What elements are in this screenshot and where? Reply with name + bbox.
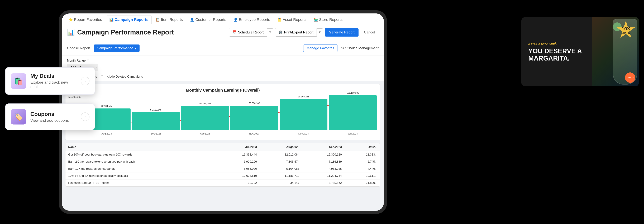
col-name: Name	[66, 143, 217, 151]
row4-jul: 10,604,810	[217, 173, 260, 180]
row2-name: Earn 2X the reward tokens when you pay w…	[66, 158, 217, 165]
user-icon: 👤	[190, 17, 194, 22]
bars-wrapper: 62,134,537 Aug/2023 51,110,345 Sep/2023	[83, 95, 377, 130]
row4-aug: 11,185,712	[260, 173, 302, 180]
my-deals-card: 🛍️ My Deals Explore and track new deals …	[5, 67, 95, 95]
asset-icon: 🗂️	[277, 17, 282, 22]
choose-report-row: Choose Report Campaign Performance ▾ Man…	[62, 41, 384, 56]
row3-jul: 5,083,026	[217, 165, 260, 173]
data-table: Name Jul/2023 Aug/2023 Sep/2023 Oct/2...…	[65, 143, 380, 187]
chart-title: Monthly Campaign Earnings (Overall)	[69, 88, 377, 93]
print-export-button[interactable]: 🖨️ Print/Export Report	[275, 28, 316, 36]
row5-oct: 21,800...	[344, 180, 380, 187]
bar-dec-label: Dec/2023	[298, 132, 309, 135]
report-chart-icon: 📊	[67, 29, 75, 36]
col-aug: Aug/2023	[260, 143, 302, 151]
bar-aug-value: 62,134,537	[101, 105, 112, 107]
include-deleted-checkbox[interactable]: Include Deleted Campaigns	[101, 75, 143, 78]
deals-arrow-button[interactable]: ›	[81, 77, 90, 85]
print-export-dropdown-arrow[interactable]: ▼	[316, 28, 323, 36]
chart-icon: 📊	[109, 17, 114, 22]
row2-oct: 6,745...	[344, 158, 380, 165]
table-row: Reusable Bag 50 FREE Tokens! 32,792 34,1…	[66, 180, 380, 187]
coupons-card: 🏷️ Coupons View and add coupons ›	[5, 103, 95, 130]
ad-main-text: YOU DESERVE A MARGARITA.	[528, 48, 585, 62]
table-row: Get 10% off beer buckets, plus earn 10X …	[66, 151, 380, 158]
tab-employee-reports[interactable]: 👤 Employee Reports	[230, 15, 274, 24]
row1-oct: 11,333...	[344, 151, 380, 158]
row3-oct: 4,446...	[344, 165, 380, 173]
schedule-report-dropdown-arrow[interactable]: ▼	[267, 28, 274, 36]
coupon-tag-icon: 🏷️	[14, 113, 23, 121]
row3-aug: 5,104,086	[260, 165, 302, 173]
tab-customer-reports[interactable]: 👤 Customer Reports	[187, 15, 230, 24]
row3-name: Earn 10X the rewards on margaritas	[66, 165, 217, 173]
row5-aug: 34,147	[260, 180, 302, 187]
cancel-button[interactable]: Cancel	[360, 28, 378, 36]
coupons-arrow-button[interactable]: ›	[81, 112, 90, 121]
tab-report-favorites[interactable]: ⭐ Report Favorites	[65, 15, 105, 24]
bar-sep-value: 51,110,345	[150, 108, 162, 111]
bar-jan-label: Jan/2024	[348, 132, 358, 135]
ad-card: It was a long week. YOU DESERVE A MARGAR…	[522, 17, 639, 86]
row1-aug: 12,012,084	[260, 151, 302, 158]
tab-store-reports[interactable]: 🏪 Store Reports	[310, 15, 346, 24]
row2-jul: 6,929,296	[217, 158, 260, 165]
table-row: 10% off and 5X rewards on specialty cock…	[66, 173, 380, 180]
deals-card-text: My Deals Explore and track new deals	[30, 73, 77, 89]
row1-jul: 11,333,444	[217, 151, 260, 158]
bar-jan-2024: 101,100,300 Jan/2024	[329, 95, 377, 130]
month-range-section: Month Range: * 6 Months	[62, 56, 384, 73]
y-label-top: 50,000,000	[68, 95, 81, 98]
print-icon: 🖨️	[278, 30, 283, 34]
bar-dec-value: 89,106,231	[298, 95, 309, 98]
month-range-label: Month Range: *	[67, 59, 378, 62]
bar-nov-label: Nov/2023	[249, 132, 260, 135]
report-header: 📊 Campaign Performance Report 📅 Schedule…	[62, 24, 384, 41]
brand-logo: LOYALTY	[625, 72, 635, 83]
deals-subtitle: Explore and track new deals	[30, 80, 77, 89]
checkboxes-row: Trigger Campaigns Include Deleted Campai…	[62, 73, 384, 81]
bar-oct-2023-rect: 69,119,200	[181, 106, 229, 130]
bar-oct-value: 69,119,200	[200, 102, 211, 105]
row1-sep: 12,300,120	[302, 151, 344, 158]
calendar-icon: 📅	[232, 30, 236, 34]
list-icon: 📋	[156, 17, 160, 22]
row2-aug: 7,305,574	[260, 158, 302, 165]
manage-favorites-button[interactable]: Manage Favorites	[303, 44, 338, 52]
deals-card-icon: 🛍️	[11, 73, 26, 89]
col-sep: Sep/2023	[302, 143, 344, 151]
row4-oct: 10,511...	[344, 173, 380, 180]
ad-tagline: It was a long week.	[528, 41, 585, 45]
bar-sep-2023-rect: 51,110,345	[132, 112, 180, 130]
star-icon: ⭐	[68, 17, 73, 22]
row5-jul: 32,792	[217, 180, 260, 187]
tab-item-reports[interactable]: 📋 Item Reports	[152, 15, 186, 24]
choose-report-label: Choose Report	[67, 46, 90, 50]
ad-right-panel: 10X REWARDS! LOYALTY	[592, 17, 639, 86]
generate-report-button[interactable]: Generate Report	[325, 28, 358, 36]
row5-name: Reusable Bag 50 FREE Tokens!	[66, 180, 217, 187]
org-name-label: SC Choice Management	[341, 46, 378, 50]
chart-container: 50,000,000 62,134,537 Aug/2023	[69, 95, 377, 137]
row5-sep: 3,785,862	[302, 180, 344, 187]
col-jul: Jul/2023	[217, 143, 260, 151]
bar-sep-2023: 51,110,345 Sep/2023	[132, 95, 180, 130]
dropdown-arrow-icon: ▾	[135, 46, 136, 50]
table-row: Earn 2X the reward tokens when you pay w…	[66, 158, 380, 165]
tablet-frame: ⭐ Report Favorites 📊 Campaign Reports 📋 …	[59, 10, 387, 214]
bar-nov-value: 70,000,100	[249, 102, 260, 104]
bar-nov-2023-rect: 70,000,100	[230, 106, 278, 130]
schedule-report-button[interactable]: 📅 Schedule Report	[229, 28, 267, 36]
chart-section: Monthly Campaign Earnings (Overall) 50,0…	[65, 84, 380, 140]
bar-dec-2023: 89,106,231 Dec/2023	[280, 95, 328, 130]
row4-name: 10% off and 5X rewards on specialty cock…	[66, 173, 217, 180]
deals-title: My Deals	[30, 73, 77, 79]
store-icon: 🏪	[314, 17, 318, 22]
tab-asset-reports[interactable]: 🗂️ Asset Reports	[274, 15, 310, 24]
coupons-card-text: Coupons View and add coupons	[30, 111, 69, 123]
tab-campaign-reports[interactable]: 📊 Campaign Reports	[106, 15, 152, 24]
row1-name: Get 10% off beer buckets, plus earn 10X …	[66, 151, 217, 158]
campaign-performance-dropdown[interactable]: Campaign Performance ▾	[94, 44, 140, 52]
bar-dec-2023-rect: 89,106,231	[280, 99, 328, 130]
